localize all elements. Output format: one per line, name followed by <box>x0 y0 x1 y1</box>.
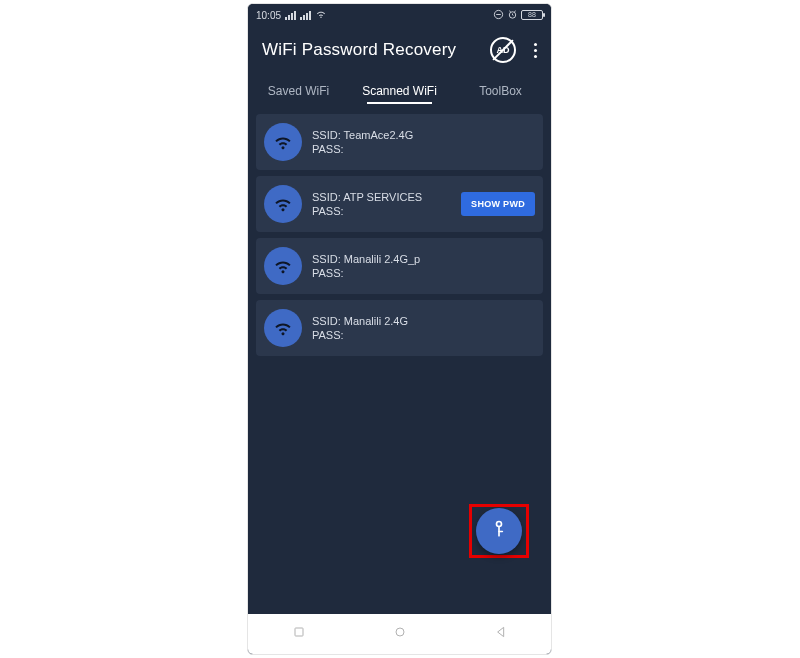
system-nav-bar <box>248 614 551 654</box>
ssid-line: SSID: Manalili 2.4G <box>312 315 535 327</box>
wifi-item-text: SSID: TeamAce2.4G PASS: <box>312 129 535 155</box>
wifi-list-item[interactable]: SSID: ATP SERVICES PASS: SHOW PWD <box>256 176 543 232</box>
wifi-list-item[interactable]: SSID: TeamAce2.4G PASS: <box>256 114 543 170</box>
svg-point-4 <box>396 628 404 636</box>
wifi-list: SSID: TeamAce2.4G PASS: SSID: ATP SERVIC… <box>248 110 551 614</box>
dnd-icon <box>493 9 504 22</box>
ssid-line: SSID: TeamAce2.4G <box>312 129 535 141</box>
wifi-list-item[interactable]: SSID: Manalili 2.4G_p PASS: <box>256 238 543 294</box>
svg-rect-3 <box>295 628 303 636</box>
status-bar: 10:05 88 <box>248 4 551 26</box>
pass-line: PASS: <box>312 143 535 155</box>
nav-home-button[interactable] <box>392 624 408 644</box>
wifi-list-item[interactable]: SSID: Manalili 2.4G PASS: <box>256 300 543 356</box>
tab-scanned-wifi[interactable]: Scanned WiFi <box>349 74 450 110</box>
no-ads-button[interactable]: AD <box>490 37 516 63</box>
tab-label: Saved WiFi <box>268 84 329 98</box>
signal-bars-icon <box>285 11 296 20</box>
nav-back-button[interactable] <box>493 624 509 644</box>
status-left: 10:05 <box>256 8 327 22</box>
tab-label: Scanned WiFi <box>362 84 437 98</box>
pass-line: PASS: <box>312 329 535 341</box>
wifi-icon <box>264 123 302 161</box>
wifi-icon <box>264 309 302 347</box>
ad-label: AD <box>497 45 510 55</box>
key-fab-button[interactable] <box>476 508 522 554</box>
fab-highlight-box <box>469 504 529 558</box>
wifi-item-text: SSID: Manalili 2.4G PASS: <box>312 315 535 341</box>
wifi-icon <box>264 185 302 223</box>
key-icon <box>489 519 509 543</box>
app-bar-actions: AD <box>490 37 545 63</box>
nav-recent-button[interactable] <box>291 624 307 644</box>
wifi-item-text: SSID: Manalili 2.4G_p PASS: <box>312 253 535 279</box>
wifi-icon <box>264 247 302 285</box>
tab-label: ToolBox <box>479 84 522 98</box>
tab-bar: Saved WiFi Scanned WiFi ToolBox <box>248 74 551 110</box>
tab-saved-wifi[interactable]: Saved WiFi <box>248 74 349 110</box>
ssid-line: SSID: Manalili 2.4G_p <box>312 253 535 265</box>
tab-toolbox[interactable]: ToolBox <box>450 74 551 110</box>
app-bar: WiFi Password Recovery AD <box>248 26 551 74</box>
battery-icon: 88 <box>521 10 543 20</box>
alarm-icon <box>507 9 518 22</box>
show-password-button[interactable]: SHOW PWD <box>461 192 535 216</box>
show-pwd-label: SHOW PWD <box>471 199 525 209</box>
app-title: WiFi Password Recovery <box>262 40 456 60</box>
more-menu-button[interactable] <box>526 39 545 62</box>
wifi-item-text: SSID: ATP SERVICES PASS: <box>312 191 451 217</box>
status-time: 10:05 <box>256 10 281 21</box>
phone-frame: 10:05 88 WiFi Password Recovery <box>247 3 552 655</box>
pass-line: PASS: <box>312 205 451 217</box>
wifi-status-icon <box>315 8 327 22</box>
ssid-line: SSID: ATP SERVICES <box>312 191 451 203</box>
status-right: 88 <box>493 9 543 22</box>
signal-bars-icon-2 <box>300 11 311 20</box>
pass-line: PASS: <box>312 267 535 279</box>
